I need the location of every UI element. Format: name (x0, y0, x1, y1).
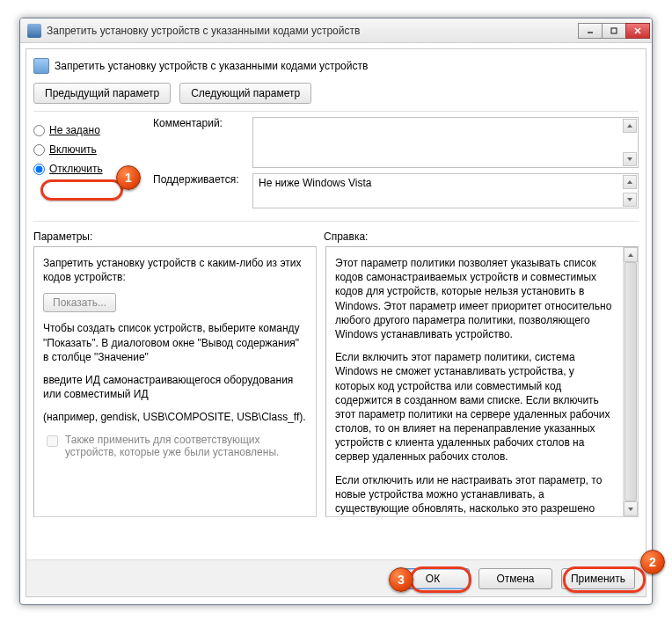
policy-title: Запретить установку устройств с указанны… (55, 60, 368, 72)
scroll-up-icon[interactable] (623, 175, 637, 189)
scroll-thumb[interactable] (625, 262, 637, 501)
policy-editor-window: Запретить установку устройств с указанны… (19, 18, 653, 605)
also-apply-checkbox-row: Также применить для соответствующих устр… (43, 434, 307, 458)
svg-rect-1 (611, 28, 617, 33)
svg-marker-9 (628, 508, 633, 511)
maximize-button[interactable] (602, 23, 626, 39)
scroll-down-icon[interactable] (623, 193, 637, 207)
show-button: Показать... (43, 293, 116, 312)
radio-enabled[interactable]: Включить (33, 140, 144, 159)
ok-button[interactable]: ОК (396, 568, 470, 589)
apply-button[interactable]: Применить (561, 568, 635, 589)
scroll-down-icon[interactable] (624, 501, 638, 516)
titlebar[interactable]: Запретить установку устройств с указанны… (20, 18, 652, 43)
dialog-button-bar: ОК Отмена Применить (26, 559, 646, 596)
comment-label: Комментарий: (153, 117, 245, 129)
window-icon (27, 24, 41, 38)
svg-marker-5 (627, 157, 632, 161)
scroll-up-icon[interactable] (623, 119, 637, 133)
scroll-up-icon[interactable] (624, 247, 638, 262)
next-setting-button[interactable]: Следующий параметр (179, 83, 311, 104)
also-apply-checkbox (47, 435, 58, 447)
supported-label: Поддерживается: (153, 173, 245, 186)
help-scrollbar[interactable] (623, 247, 638, 516)
comment-textbox[interactable] (252, 117, 639, 168)
radio-disabled[interactable]: Отключить (33, 159, 144, 179)
client-area: Запретить установку устройств с указанны… (26, 48, 646, 597)
scroll-down-icon[interactable] (623, 152, 637, 166)
window-title: Запретить установку устройств с указанны… (47, 25, 579, 37)
svg-marker-6 (627, 180, 632, 184)
state-radio-group: Не задано Включить Отключить (33, 117, 144, 214)
radio-not-configured[interactable]: Не задано (33, 121, 144, 140)
help-label: Справка: (324, 230, 368, 243)
supported-textbox: Не ниже Windows Vista (252, 173, 639, 208)
cancel-button[interactable]: Отмена (478, 568, 552, 589)
options-label: Параметры: (33, 230, 324, 243)
help-panel: Этот параметр политики позволяет указыва… (325, 246, 639, 517)
policy-icon (33, 58, 49, 74)
close-button[interactable] (625, 23, 650, 39)
options-panel: Запретить установку устройств с каким-ли… (33, 246, 317, 517)
svg-marker-4 (627, 124, 632, 128)
svg-marker-8 (628, 253, 633, 257)
previous-setting-button[interactable]: Предыдущий параметр (33, 83, 171, 104)
svg-marker-7 (627, 198, 632, 201)
minimize-button[interactable] (578, 23, 603, 39)
